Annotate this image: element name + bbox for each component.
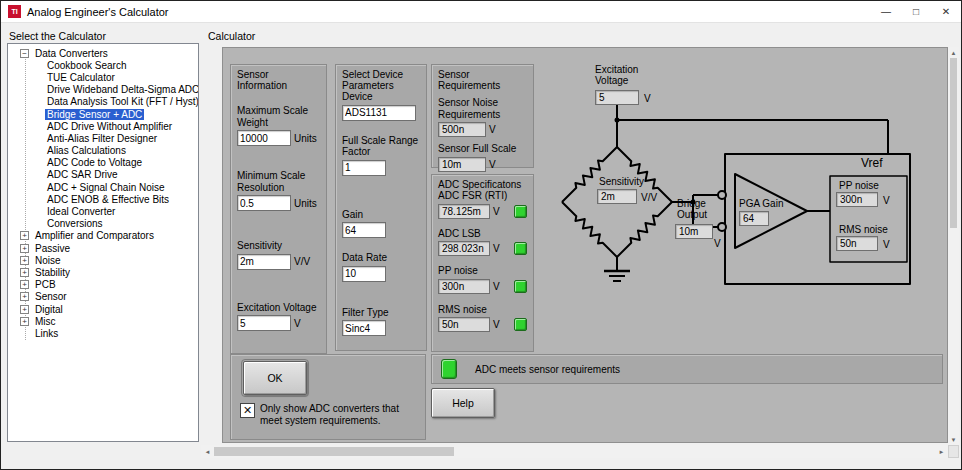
tree-item-adc-signal-chain-noise[interactable]: ADC + Signal Chain Noise [8,181,198,193]
tree-item-label-selected: Bridge Sensor + ADC [45,109,144,120]
tree-item-label: Drive Wideband Delta-Sigma ADC [45,84,199,95]
expand-icon[interactable]: + [20,305,29,314]
field-label: Maximum Scale Weight [237,105,320,128]
help-button[interactable]: Help [431,388,495,418]
field-label: Minimum Scale Resolution [237,170,320,193]
tree-item-adc-sar-drive[interactable]: ADC SAR Drive [8,169,198,181]
excitation-voltage-input[interactable] [237,315,291,331]
tree-item-bridge-sensor-adc[interactable]: Bridge Sensor + ADC [8,108,198,120]
calculator-tree: − Data Converters Cookbook Search TUE Ca… [7,43,199,442]
expand-icon[interactable]: + [20,280,29,289]
field-label: Device [342,91,420,103]
circuit-pga-gain-value: 64 [739,211,769,226]
expand-icon[interactable]: + [20,317,29,326]
tree-item-label: Conversions [45,218,105,229]
tree-item-stability[interactable]: +Stability [8,266,198,278]
close-icon[interactable]: ✕ [931,1,961,22]
tree-item-conversions[interactable]: Conversions [8,218,198,230]
device-input[interactable] [342,105,416,121]
minimum-scale-resolution-input[interactable] [237,195,291,211]
expand-icon[interactable]: + [20,292,29,301]
adc-specifications-group: ADC Specificatons ADC FSR (RTI) 78.125m … [431,174,534,352]
circuit-rms-noise-value: 50n [836,236,878,251]
tree-item-data-analysis-tool-kit[interactable]: Data Analysis Tool Kit (FFT / Hyst) [8,96,198,108]
tree-item-label: ADC Code to Voltage [45,157,144,168]
circuit-sensitivity-value: 2m [597,189,637,204]
filter-checkbox[interactable]: ✕ [240,403,255,418]
horizontal-scrollbar[interactable]: ◄ ► [201,445,948,458]
scroll-down-icon[interactable]: ▼ [948,434,959,445]
tree-item-adc-enob-effective-bits[interactable]: ADC ENOB & Effective Bits [8,193,198,205]
tree-item-amplifier-and-comparators[interactable]: +Amplifier and Comparators [8,230,198,242]
unit-label: V/V [641,192,657,203]
minimize-icon[interactable]: — [871,1,901,22]
tree-item-adc-drive-without-amplifier[interactable]: ADC Drive Without Amplifier [8,120,198,132]
tree-item-label: Amplifier and Comparators [33,230,156,241]
tree-item-noise[interactable]: +Noise [8,254,198,266]
tree-item-label: ADC + Signal Chain Noise [45,182,167,193]
tree-item-passive[interactable]: +Passive [8,242,198,254]
collapse-icon[interactable]: − [20,49,29,58]
expand-icon[interactable]: + [20,231,29,240]
unit-label: V [489,159,496,170]
adc-lsb-pass-led [514,242,527,255]
maximize-icon[interactable]: □ [901,1,931,22]
status-bar: ADC meets sensor requirements [431,354,943,384]
sensitivity-input[interactable] [237,254,291,270]
tree-item-ideal-converter[interactable]: Ideal Converter [8,205,198,217]
tree-item-anti-alias-filter-designer[interactable]: Anti-Alias Filter Designer [8,132,198,144]
data-rate-input[interactable] [342,266,386,282]
maximum-scale-weight-input[interactable] [237,130,291,146]
tree-item-label: Data Analysis Tool Kit (FFT / Hyst) [45,96,199,107]
tree-item-adc-code-to-voltage[interactable]: ADC Code to Voltage [8,157,198,169]
scroll-left-icon[interactable]: ◄ [201,445,214,458]
vertical-scrollbar-thumb[interactable] [950,58,957,228]
horizontal-scrollbar-thumb[interactable] [214,447,454,456]
tree-item-drive-wideband-delta-sigma-adc[interactable]: Drive Wideband Delta-Sigma ADC [8,84,198,96]
full-scale-range-factor-input[interactable] [342,160,386,176]
expand-icon[interactable]: + [20,268,29,277]
circuit-excitation-voltage-label: Excitation Voltage [595,64,653,86]
scroll-right-icon[interactable]: ► [935,445,948,458]
gain-input[interactable] [342,222,386,238]
circuit-pp-noise-label: PP noise [839,180,879,191]
tree-item-tue-calculator[interactable]: TUE Calculator [8,71,198,83]
tree-item-label: Cookbook Search [45,60,129,71]
circuit-bridge-output-value: 10m [675,224,713,239]
expand-icon[interactable]: + [20,244,29,253]
tree-item-data-converters[interactable]: − Data Converters [8,47,198,59]
tree-item-sensor[interactable]: +Sensor [8,291,198,303]
field-label: Sensor Noise Requirements [438,97,527,120]
tree-item-label: Stability [33,267,72,278]
field-label: ADC LSB [438,228,527,240]
rms-noise-pass-led [514,318,527,331]
tree-item-label: Passive [33,243,72,254]
app-window: TI Analog Engineer's Calculator — □ ✕ Se… [0,0,962,470]
tree-item-links[interactable]: Links [8,327,198,339]
tree-item-misc[interactable]: +Misc [8,315,198,327]
group-title: Sensor Requirements [438,69,527,91]
ok-button[interactable]: OK [243,361,307,395]
tree-item-label: Misc [33,316,58,327]
tree-item-pcb[interactable]: +PCB [8,279,198,291]
tree-item-digital[interactable]: +Digital [8,303,198,315]
tree-item-label: Anti-Alias Filter Designer [45,133,159,144]
unit-label: V [883,195,890,206]
scrollbar-corner [948,445,959,458]
bridge-output-terminal [718,191,726,199]
tree-item-label: Data Converters [33,48,110,59]
expand-icon[interactable]: + [20,256,29,265]
tree-item-alias-calculations[interactable]: Alias Calculations [8,145,198,157]
tree-item-label: Noise [33,255,63,266]
circuit-excitation-voltage-value: 5 [595,90,639,105]
vertical-scrollbar[interactable]: ▲ ▼ [948,47,959,445]
field-label: Data Rate [342,252,420,264]
tree-item-cookbook-search[interactable]: Cookbook Search [8,59,198,71]
tree-item-label: TUE Calculator [45,72,117,83]
unit-label: V/V [294,256,310,267]
main-area: Select the Calculator − Data Converters … [1,23,961,469]
tree-item-label: PCB [33,279,58,290]
tree-item-label: ADC SAR Drive [45,169,120,180]
filter-type-input[interactable] [342,320,386,336]
scroll-up-icon[interactable]: ▲ [948,47,959,58]
